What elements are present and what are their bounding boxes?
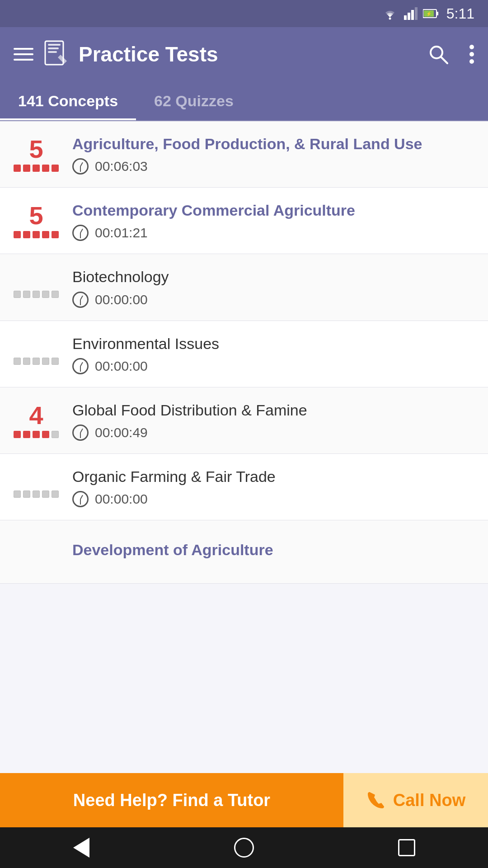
item-title: Environmental Issues — [72, 334, 474, 354]
dot-filled — [42, 165, 49, 172]
content-area: 5 Agriculture, Food Production, & Rural … — [0, 121, 488, 584]
item-info: Development of Agriculture — [72, 540, 474, 564]
score-block: 5 — [14, 203, 59, 238]
clock-icon — [72, 292, 89, 308]
dot-filled — [52, 165, 59, 172]
dot-filled — [23, 165, 30, 172]
dot-empty — [33, 358, 40, 365]
time-value: 00:00:00 — [95, 491, 148, 507]
item-info: Global Food Distribution & Famine 00:00:… — [72, 400, 474, 441]
wifi-icon — [381, 7, 399, 20]
dot-empty — [42, 358, 49, 365]
tab-concepts[interactable]: 141 Concepts — [0, 81, 136, 120]
dot-filled — [33, 165, 40, 172]
home-nav-icon — [234, 838, 254, 858]
dot-empty — [42, 291, 49, 298]
clock-icon — [72, 425, 89, 441]
tabs-bar: 141 Concepts 62 Quizzes — [0, 81, 488, 121]
menu-button[interactable] — [14, 48, 33, 61]
page-title: Practice Tests — [79, 42, 417, 66]
list-item[interactable]: 5 Contemporary Commercial Agriculture 00… — [0, 188, 488, 254]
item-time: 00:00:00 — [72, 491, 474, 507]
score-block: 4 — [14, 403, 59, 438]
hamburger-line-2 — [14, 53, 33, 55]
list-item[interactable]: Development of Agriculture — [0, 520, 488, 584]
item-title: Biotechnology — [72, 267, 474, 287]
dot-empty — [52, 291, 59, 298]
item-title: Development of Agriculture — [72, 540, 474, 560]
item-title: Organic Farming & Fair Trade — [72, 467, 474, 486]
svg-rect-11 — [48, 47, 59, 49]
item-time: 00:00:00 — [72, 292, 474, 308]
dot-empty — [42, 491, 49, 498]
score-number: 4 — [29, 403, 43, 428]
dot-empty — [52, 431, 59, 438]
item-info: Biotechnology 00:00:00 — [72, 267, 474, 307]
call-now-button[interactable]: Call Now — [343, 773, 488, 827]
tab-quizzes[interactable]: 62 Quizzes — [136, 81, 252, 120]
dot-filled — [14, 431, 21, 438]
search-icon[interactable] — [427, 43, 449, 65]
list-item[interactable]: Organic Farming & Fair Trade 00:00:00 — [0, 454, 488, 520]
dot-filled — [14, 165, 21, 172]
item-time: 00:00:00 — [72, 358, 474, 374]
svg-rect-1 — [404, 15, 407, 20]
item-time: 00:06:03 — [72, 158, 474, 175]
dot-empty — [23, 491, 30, 498]
item-info: Organic Farming & Fair Trade 00:00:00 — [72, 467, 474, 507]
find-tutor-button[interactable]: Need Help? Find a Tutor — [0, 773, 343, 827]
time-value: 00:01:21 — [95, 225, 148, 241]
hamburger-line-3 — [14, 59, 33, 61]
dot-empty — [52, 491, 59, 498]
time-value: 00:00:00 — [95, 359, 148, 374]
item-title: Contemporary Commercial Agriculture — [72, 200, 474, 220]
document-icon — [44, 40, 68, 68]
item-info: Environmental Issues 00:00:00 — [72, 334, 474, 374]
list-item[interactable]: 4 Global Food Distribution & Famine 00:0… — [0, 387, 488, 454]
dot-empty — [14, 358, 21, 365]
svg-text:⚡: ⚡ — [426, 11, 432, 17]
more-options-icon[interactable] — [469, 43, 474, 65]
back-nav-button[interactable] — [63, 834, 99, 861]
svg-rect-7 — [436, 12, 438, 15]
svg-point-15 — [469, 45, 474, 49]
svg-rect-10 — [48, 44, 61, 46]
dot-filled — [23, 431, 30, 438]
svg-point-0 — [389, 18, 391, 20]
svg-line-14 — [441, 57, 447, 63]
list-item[interactable]: Biotechnology 00:00:00 — [0, 254, 488, 321]
time-value: 00:00:49 — [95, 425, 148, 440]
item-title: Agriculture, Food Production, & Rural La… — [72, 134, 474, 154]
page-wrapper: ⚡ 5:11 Practice Tests — [0, 0, 488, 868]
svg-point-17 — [469, 59, 474, 64]
signal-icon — [404, 7, 418, 20]
status-bar: ⚡ 5:11 — [0, 0, 488, 27]
navigation-bar — [0, 827, 488, 868]
score-dots — [14, 358, 59, 365]
dot-empty — [23, 291, 30, 298]
dot-filled — [14, 231, 21, 238]
recent-nav-icon — [398, 839, 415, 856]
dot-empty — [14, 291, 21, 298]
home-nav-button[interactable] — [226, 834, 262, 861]
recent-nav-button[interactable] — [389, 834, 425, 861]
svg-point-16 — [469, 52, 474, 57]
dot-filled — [42, 231, 49, 238]
time-value: 00:00:00 — [95, 292, 148, 307]
score-dots — [14, 231, 59, 238]
list-item[interactable]: Environmental Issues 00:00:00 — [0, 321, 488, 387]
time-value: 00:06:03 — [95, 159, 148, 174]
dot-empty — [33, 291, 40, 298]
item-info: Agriculture, Food Production, & Rural La… — [72, 134, 474, 175]
phone-icon — [366, 790, 386, 810]
score-block — [14, 476, 59, 498]
app-header: Practice Tests — [0, 27, 488, 81]
score-dots — [14, 291, 59, 298]
clock-icon — [72, 225, 89, 241]
bottom-cta: Need Help? Find a Tutor Call Now — [0, 773, 488, 827]
item-info: Contemporary Commercial Agriculture 00:0… — [72, 200, 474, 241]
dot-empty — [23, 358, 30, 365]
list-item[interactable]: 5 Agriculture, Food Production, & Rural … — [0, 121, 488, 188]
item-title: Global Food Distribution & Famine — [72, 400, 474, 420]
dot-filled — [33, 231, 40, 238]
